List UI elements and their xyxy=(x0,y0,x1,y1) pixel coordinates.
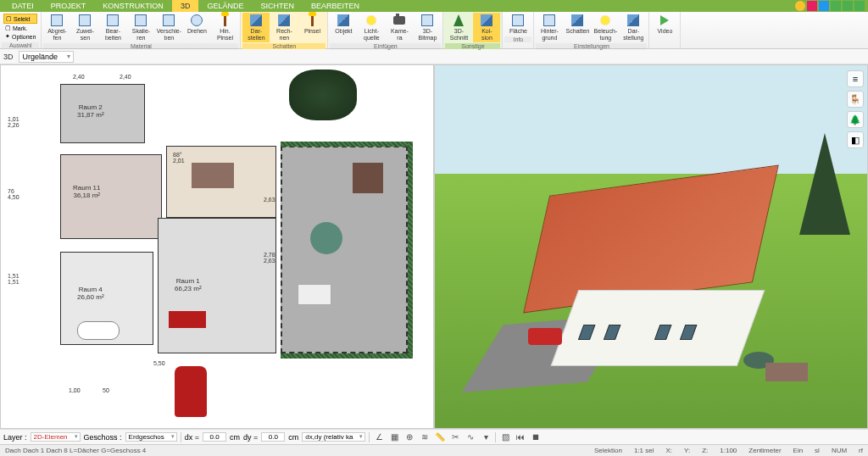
close-icon[interactable] xyxy=(854,1,865,11)
layer-bar: Layer : 2D-Elemen Geschoss : Erdgeschos … xyxy=(0,429,868,444)
tool-snap-icon[interactable]: ⊕ xyxy=(403,431,415,443)
btn-darstellen[interactable]: Dar- stellen xyxy=(242,13,270,42)
dim-15: 1,00 xyxy=(69,387,81,393)
tool-grid-icon[interactable]: ▦ xyxy=(388,431,400,443)
tree-2d xyxy=(289,70,357,120)
help-icon[interactable] xyxy=(795,1,805,11)
rel-combo[interactable]: dx,dy (relativ ka xyxy=(302,432,365,442)
dim-14: 2,40 xyxy=(120,74,131,80)
support-icon[interactable] xyxy=(819,1,829,11)
dx-label: dx = xyxy=(185,433,199,442)
menu-3d[interactable]: 3D xyxy=(172,0,199,12)
minimize-icon[interactable] xyxy=(831,1,841,11)
btn-3d-schnitt[interactable]: 3D- Schnitt xyxy=(445,13,472,42)
tool-dropdown-icon[interactable]: ▾ xyxy=(480,431,492,443)
btn-schatten-einst[interactable]: Schatten xyxy=(564,13,591,42)
menu-bearbeiten[interactable]: BEARBEITEN xyxy=(303,0,368,12)
tool-rewind-icon[interactable]: ⏮ xyxy=(515,431,526,443)
tool-stop-icon[interactable]: ⏹ xyxy=(530,431,542,443)
btn-rechnen[interactable]: Rech- nen xyxy=(270,13,298,42)
tool-curve-icon[interactable]: ∿ xyxy=(465,431,476,443)
box-icon[interactable]: ◧ xyxy=(847,131,864,148)
tool-cut-icon[interactable]: ✂ xyxy=(449,431,461,443)
group-label-einfuegen: Einfügen xyxy=(330,43,441,49)
menu-konstruktion[interactable]: KONSTRUKTION xyxy=(94,0,172,12)
status-unit: Zentimeter xyxy=(748,447,781,454)
menu-sichten[interactable]: SICHTEN xyxy=(252,0,303,12)
bathtub xyxy=(77,321,120,340)
group-label-auswahl: Auswahl xyxy=(2,42,39,48)
maximize-icon[interactable] xyxy=(843,1,853,11)
status-z: Z: xyxy=(702,447,708,454)
opt-optionen[interactable]: ✦ Optionen xyxy=(3,32,37,41)
window-controls xyxy=(795,1,865,11)
btn-hintergrund[interactable]: Hinter- grund xyxy=(536,13,563,42)
menu-gelaende[interactable]: GELÄNDE xyxy=(198,0,252,12)
btn-lichtquelle[interactable]: Licht- quelle xyxy=(358,13,385,42)
menu-projekt[interactable]: PROJEKT xyxy=(42,0,95,12)
dy-input[interactable]: 0.0 xyxy=(261,432,285,442)
btn-kamera[interactable]: Kame- ra xyxy=(386,13,413,42)
tree-icon[interactable]: 🌲 xyxy=(847,111,864,128)
workspace: Raum 231,87 m² Raum 1136,18 m² Raum 426,… xyxy=(0,64,868,429)
btn-skalieren[interactable]: Skalie- ren xyxy=(127,13,154,42)
terrain-combo[interactable]: Urgelände xyxy=(19,51,75,63)
btn-kollision[interactable]: Kol- sion xyxy=(473,13,500,42)
ribbon-group-info: Fläche Info xyxy=(503,12,534,48)
dim-16: 50 xyxy=(103,387,109,393)
btn-bearbeiten[interactable]: Bear- beiten xyxy=(99,13,126,42)
chair-icon[interactable]: 🪑 xyxy=(847,91,864,108)
ribbon-group-auswahl: ▢ Selekt ▢ Mark. ✦ Optionen Auswahl xyxy=(0,12,42,48)
dim-13: 2,40 xyxy=(73,74,85,80)
btn-objekt[interactable]: Objekt xyxy=(330,13,357,42)
status-x: X: xyxy=(665,447,672,454)
group-label-info: Info xyxy=(504,36,531,42)
btn-video[interactable]: Video xyxy=(651,13,678,36)
status-scale: 1:100 xyxy=(720,447,737,454)
window-4 xyxy=(680,325,698,340)
status-sl: sl xyxy=(815,447,820,454)
viewport-3d[interactable]: ≡ 🪑 🌲 ◧ xyxy=(434,64,868,429)
dim-2: 764,50 xyxy=(8,188,19,200)
view-tools: ≡ 🪑 🌲 ◧ xyxy=(847,70,864,148)
tool-hatch-icon[interactable]: ▨ xyxy=(499,431,511,443)
ribbon-group-einfuegen: Objekt Licht- quelle Kame- ra 3D- Bitmap… xyxy=(328,12,443,48)
hedge-right xyxy=(408,142,413,358)
btn-darstellung[interactable]: Dar- stellung xyxy=(620,13,647,42)
status-num: NUM xyxy=(832,447,847,454)
tool-angle-icon[interactable]: ∠ xyxy=(373,431,385,443)
dim-10: 2,782,63 xyxy=(264,252,275,264)
opt-mark[interactable]: ▢ Mark. xyxy=(3,24,37,32)
group-label-einstellungen: Einstellungen xyxy=(536,43,647,49)
menu-datei[interactable]: DATEI xyxy=(3,0,42,12)
btn-3d-bitmap[interactable]: 3D- Bitmap xyxy=(414,13,441,42)
tool-layers-icon[interactable]: ≋ xyxy=(419,431,431,443)
btn-zuweisen[interactable]: Zuwei- sen xyxy=(71,13,98,42)
status-bar: Dach Dach 1 Dach 8 L=Dächer G=Geschoss 4… xyxy=(0,444,868,456)
btn-beleuchtung[interactable]: Beleuch- tung xyxy=(592,13,619,42)
btn-flaeche[interactable]: Fläche xyxy=(504,13,531,36)
opt-selekt[interactable]: ▢ Selekt xyxy=(3,14,37,24)
btn-abgreifen[interactable]: Abgrei- fen xyxy=(43,13,70,42)
mode-3d-label: 3D xyxy=(3,53,14,61)
lounge-chairs xyxy=(298,284,331,305)
room-2-label: Raum 231,87 m² xyxy=(77,103,104,119)
tool-measure-icon[interactable]: 📏 xyxy=(434,431,446,443)
geschoss-combo[interactable]: Erdgeschos xyxy=(125,432,177,442)
layer-combo[interactable]: 2D-Elemen xyxy=(31,432,81,442)
btn-drehen[interactable]: Drehen xyxy=(183,13,210,42)
menubar: DATEI PROJEKT KONSTRUKTION 3D GELÄNDE SI… xyxy=(0,0,868,12)
btn-verschieben[interactable]: Verschie- ben xyxy=(155,13,182,42)
sofa xyxy=(169,311,206,328)
pencil-icon[interactable] xyxy=(807,1,817,11)
hedge-top xyxy=(281,142,412,147)
dx-unit: cm xyxy=(230,433,240,442)
car-3d xyxy=(528,328,562,345)
house-3d xyxy=(541,180,761,298)
umbrella-2d xyxy=(310,222,342,254)
btn-hin-pinsel[interactable]: Hin. Pinsel xyxy=(211,13,238,42)
dx-input[interactable]: 0.0 xyxy=(203,432,226,442)
viewport-2d[interactable]: Raum 231,87 m² Raum 1136,18 m² Raum 426,… xyxy=(0,64,434,429)
btn-pinsel-schatten[interactable]: Pinsel xyxy=(298,13,326,42)
layers-icon[interactable]: ≡ xyxy=(847,70,864,87)
